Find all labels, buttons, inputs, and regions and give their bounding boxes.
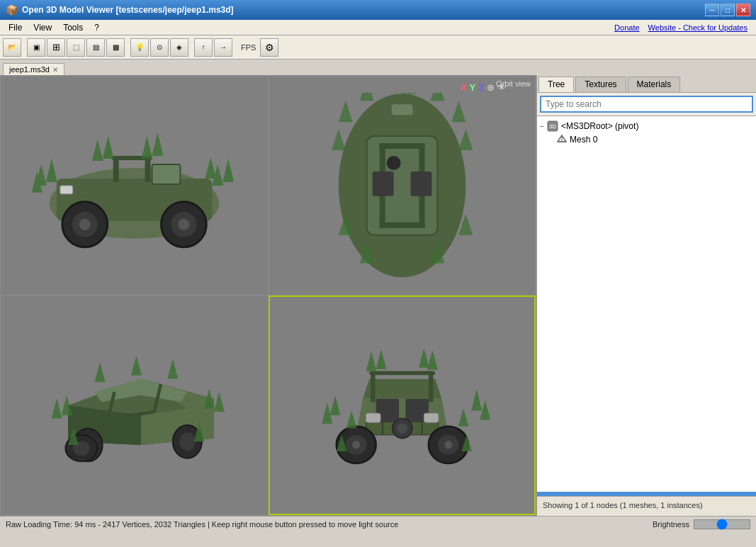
flat-button[interactable]: ▤: [86, 38, 105, 57]
svg-point-85: [352, 441, 360, 449]
search-input[interactable]: [540, 96, 753, 113]
panel-tabs: Tree Textures Materials: [537, 75, 756, 93]
menu-view[interactable]: View: [28, 21, 57, 34]
menu-bar: File View Tools ? Donate Website - Check…: [0, 20, 756, 35]
svg-rect-3: [113, 157, 119, 182]
brightness-label: Brightness: [653, 520, 689, 529]
fps-label: FPS: [238, 43, 259, 52]
tab-textures[interactable]: Textures: [575, 77, 626, 92]
quad-view-button[interactable]: ⊞: [47, 38, 65, 57]
svg-point-102: [397, 423, 407, 434]
donate-link[interactable]: Donate: [614, 23, 639, 32]
svg-rect-45: [391, 104, 412, 115]
svg-point-57: [179, 432, 195, 451]
svg-point-11: [179, 219, 190, 230]
svg-rect-31: [372, 171, 393, 196]
svg-text:3D: 3D: [549, 123, 556, 130]
website-link[interactable]: Website - Check for Updates: [648, 23, 747, 32]
svg-point-33: [386, 156, 400, 170]
minimize-button[interactable]: ─: [705, 4, 719, 16]
status-bar: Raw Loading Time: 94 ms - 2417 Vertices,…: [0, 516, 756, 531]
tree-view: − 3D <MS3DRoot> (pivot): [537, 116, 756, 492]
textured-button[interactable]: ▩: [106, 38, 125, 57]
right-panel: Tree Textures Materials − 3D <MS3DRoot> …: [536, 75, 756, 516]
window-title: Open 3D Model Viewer [testscenes/jeep/je…: [22, 5, 704, 15]
normals-button[interactable]: ↑: [194, 38, 213, 57]
tree-mesh-label: Mesh 0: [570, 135, 597, 145]
main-content: X Y Z ⊕ 👁 Orbit view: [0, 75, 756, 516]
svg-rect-4: [145, 157, 151, 182]
camera-button[interactable]: ⊙: [150, 38, 169, 57]
svg-rect-72: [371, 373, 376, 402]
menu-tools[interactable]: Tools: [57, 21, 89, 34]
tab-materials[interactable]: Materials: [628, 77, 681, 92]
brightness-control: Brightness: [653, 519, 750, 529]
svg-rect-32: [410, 171, 431, 196]
svg-rect-23: [60, 186, 73, 194]
menu-help[interactable]: ?: [89, 21, 105, 34]
svg-rect-74: [369, 371, 435, 376]
viewport-area: X Y Z ⊕ 👁 Orbit view: [0, 75, 536, 516]
svg-point-88: [444, 441, 452, 449]
bones-button[interactable]: ◈: [170, 38, 188, 57]
menu-file[interactable]: File: [3, 21, 28, 34]
viewport-top-right[interactable]: X Y Z ⊕ 👁 Orbit view: [269, 76, 536, 295]
tab-label: jeep1.ms3d: [9, 65, 50, 74]
tab-jeep1[interactable]: jeep1.ms3d ✕: [3, 63, 64, 75]
brightness-slider[interactable]: [694, 519, 750, 529]
viewport-bottom-left[interactable]: [1, 295, 269, 515]
tab-close-icon[interactable]: ✕: [52, 66, 58, 74]
wireframe-button[interactable]: ⬚: [67, 38, 85, 57]
light-button[interactable]: 💡: [130, 38, 149, 57]
svg-rect-29: [379, 143, 424, 149]
open-button[interactable]: 📂: [3, 38, 21, 57]
expand-icon: −: [540, 123, 547, 130]
toolbar: 📂 ▣ ⊞ ⬚ ▤ ▩ 💡 ⊙ ◈ ↑ → FPS ⚙: [0, 35, 756, 60]
tab-tree[interactable]: Tree: [538, 77, 574, 92]
title-bar: 📦 Open 3D Model Viewer [testscenes/jeep/…: [0, 0, 756, 20]
panel-status-text: Showing 1 of 1 nodes (1 meshes, 1 instan…: [543, 501, 703, 509]
svg-point-8: [79, 219, 91, 230]
root-node-icon: 3D: [547, 120, 558, 132]
viewport-bottom-right[interactable]: [269, 295, 536, 515]
svg-rect-81: [366, 413, 380, 422]
tangents-button[interactable]: →: [214, 38, 232, 57]
svg-rect-82: [424, 413, 438, 422]
maximize-button[interactable]: □: [721, 4, 735, 16]
settings-button[interactable]: ⚙: [260, 38, 278, 57]
search-container: [537, 93, 756, 116]
svg-marker-34: [402, 93, 416, 94]
tab-bar: jeep1.ms3d ✕: [0, 60, 756, 75]
single-view-button[interactable]: ▣: [27, 38, 45, 57]
panel-status: Showing 1 of 1 nodes (1 meshes, 1 instan…: [537, 496, 756, 516]
viewport-top-left[interactable]: [1, 76, 269, 295]
tree-root-item[interactable]: − 3D <MS3DRoot> (pivot): [537, 119, 756, 133]
tree-child-mesh0[interactable]: Mesh 0: [537, 133, 756, 146]
svg-rect-22: [152, 164, 181, 184]
status-text: Raw Loading Time: 94 ms - 2417 Vertices,…: [6, 520, 398, 529]
tree-root-label: <MS3DRoot> (pivot): [561, 121, 638, 131]
svg-rect-30: [379, 222, 424, 228]
mesh-node-icon: [557, 135, 567, 145]
app-icon: 📦: [6, 4, 18, 16]
close-button[interactable]: ✕: [736, 4, 750, 16]
svg-rect-73: [428, 371, 433, 402]
